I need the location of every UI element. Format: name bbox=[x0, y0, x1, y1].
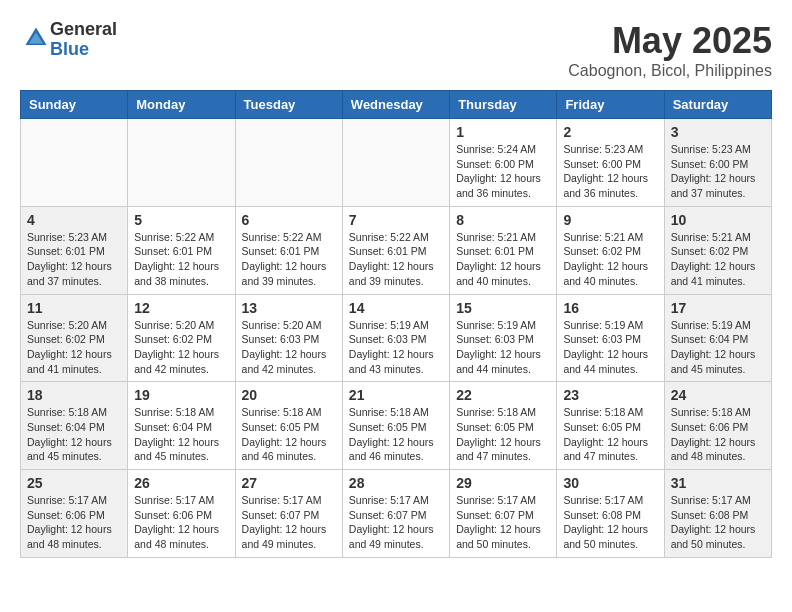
calendar-cell: 22Sunrise: 5:18 AM Sunset: 6:05 PM Dayli… bbox=[450, 382, 557, 470]
day-number: 17 bbox=[671, 300, 765, 316]
day-number: 2 bbox=[563, 124, 657, 140]
day-number: 20 bbox=[242, 387, 336, 403]
calendar-cell: 15Sunrise: 5:19 AM Sunset: 6:03 PM Dayli… bbox=[450, 294, 557, 382]
calendar-cell: 29Sunrise: 5:17 AM Sunset: 6:07 PM Dayli… bbox=[450, 470, 557, 558]
day-number: 3 bbox=[671, 124, 765, 140]
day-info: Sunrise: 5:22 AM Sunset: 6:01 PM Dayligh… bbox=[349, 230, 443, 289]
logo: General Blue bbox=[20, 20, 117, 60]
day-info: Sunrise: 5:20 AM Sunset: 6:02 PM Dayligh… bbox=[134, 318, 228, 377]
column-header-saturday: Saturday bbox=[664, 91, 771, 119]
day-number: 8 bbox=[456, 212, 550, 228]
day-number: 23 bbox=[563, 387, 657, 403]
day-info: Sunrise: 5:18 AM Sunset: 6:05 PM Dayligh… bbox=[456, 405, 550, 464]
title-block: May 2025 Cabognon, Bicol, Philippines bbox=[568, 20, 772, 80]
day-number: 9 bbox=[563, 212, 657, 228]
day-number: 19 bbox=[134, 387, 228, 403]
calendar-cell: 25Sunrise: 5:17 AM Sunset: 6:06 PM Dayli… bbox=[21, 470, 128, 558]
day-info: Sunrise: 5:21 AM Sunset: 6:02 PM Dayligh… bbox=[671, 230, 765, 289]
calendar-week-3: 11Sunrise: 5:20 AM Sunset: 6:02 PM Dayli… bbox=[21, 294, 772, 382]
day-number: 11 bbox=[27, 300, 121, 316]
day-info: Sunrise: 5:24 AM Sunset: 6:00 PM Dayligh… bbox=[456, 142, 550, 201]
column-header-tuesday: Tuesday bbox=[235, 91, 342, 119]
calendar-cell: 6Sunrise: 5:22 AM Sunset: 6:01 PM Daylig… bbox=[235, 206, 342, 294]
day-info: Sunrise: 5:23 AM Sunset: 6:00 PM Dayligh… bbox=[563, 142, 657, 201]
location-text: Cabognon, Bicol, Philippines bbox=[568, 62, 772, 80]
calendar-cell: 21Sunrise: 5:18 AM Sunset: 6:05 PM Dayli… bbox=[342, 382, 449, 470]
calendar-cell: 17Sunrise: 5:19 AM Sunset: 6:04 PM Dayli… bbox=[664, 294, 771, 382]
calendar-cell: 30Sunrise: 5:17 AM Sunset: 6:08 PM Dayli… bbox=[557, 470, 664, 558]
day-info: Sunrise: 5:17 AM Sunset: 6:08 PM Dayligh… bbox=[563, 493, 657, 552]
day-info: Sunrise: 5:17 AM Sunset: 6:07 PM Dayligh… bbox=[349, 493, 443, 552]
calendar-cell: 16Sunrise: 5:19 AM Sunset: 6:03 PM Dayli… bbox=[557, 294, 664, 382]
day-info: Sunrise: 5:17 AM Sunset: 6:06 PM Dayligh… bbox=[27, 493, 121, 552]
calendar-week-2: 4Sunrise: 5:23 AM Sunset: 6:01 PM Daylig… bbox=[21, 206, 772, 294]
calendar-cell: 9Sunrise: 5:21 AM Sunset: 6:02 PM Daylig… bbox=[557, 206, 664, 294]
day-number: 28 bbox=[349, 475, 443, 491]
calendar-cell: 3Sunrise: 5:23 AM Sunset: 6:00 PM Daylig… bbox=[664, 119, 771, 207]
day-info: Sunrise: 5:18 AM Sunset: 6:05 PM Dayligh… bbox=[242, 405, 336, 464]
day-number: 13 bbox=[242, 300, 336, 316]
calendar-week-1: 1Sunrise: 5:24 AM Sunset: 6:00 PM Daylig… bbox=[21, 119, 772, 207]
calendar-cell: 18Sunrise: 5:18 AM Sunset: 6:04 PM Dayli… bbox=[21, 382, 128, 470]
day-number: 15 bbox=[456, 300, 550, 316]
column-header-monday: Monday bbox=[128, 91, 235, 119]
day-number: 30 bbox=[563, 475, 657, 491]
day-number: 18 bbox=[27, 387, 121, 403]
logo-general-text: General bbox=[50, 19, 117, 39]
calendar-cell bbox=[235, 119, 342, 207]
day-number: 16 bbox=[563, 300, 657, 316]
day-number: 12 bbox=[134, 300, 228, 316]
day-number: 6 bbox=[242, 212, 336, 228]
day-number: 5 bbox=[134, 212, 228, 228]
day-info: Sunrise: 5:19 AM Sunset: 6:04 PM Dayligh… bbox=[671, 318, 765, 377]
column-header-thursday: Thursday bbox=[450, 91, 557, 119]
calendar-cell bbox=[128, 119, 235, 207]
day-number: 22 bbox=[456, 387, 550, 403]
day-info: Sunrise: 5:20 AM Sunset: 6:02 PM Dayligh… bbox=[27, 318, 121, 377]
day-info: Sunrise: 5:17 AM Sunset: 6:08 PM Dayligh… bbox=[671, 493, 765, 552]
calendar-cell: 28Sunrise: 5:17 AM Sunset: 6:07 PM Dayli… bbox=[342, 470, 449, 558]
calendar-cell: 5Sunrise: 5:22 AM Sunset: 6:01 PM Daylig… bbox=[128, 206, 235, 294]
calendar-cell: 11Sunrise: 5:20 AM Sunset: 6:02 PM Dayli… bbox=[21, 294, 128, 382]
day-info: Sunrise: 5:18 AM Sunset: 6:04 PM Dayligh… bbox=[27, 405, 121, 464]
day-info: Sunrise: 5:19 AM Sunset: 6:03 PM Dayligh… bbox=[563, 318, 657, 377]
calendar-cell: 20Sunrise: 5:18 AM Sunset: 6:05 PM Dayli… bbox=[235, 382, 342, 470]
day-number: 25 bbox=[27, 475, 121, 491]
day-info: Sunrise: 5:21 AM Sunset: 6:02 PM Dayligh… bbox=[563, 230, 657, 289]
day-info: Sunrise: 5:18 AM Sunset: 6:06 PM Dayligh… bbox=[671, 405, 765, 464]
day-info: Sunrise: 5:17 AM Sunset: 6:07 PM Dayligh… bbox=[242, 493, 336, 552]
calendar-cell: 7Sunrise: 5:22 AM Sunset: 6:01 PM Daylig… bbox=[342, 206, 449, 294]
day-info: Sunrise: 5:21 AM Sunset: 6:01 PM Dayligh… bbox=[456, 230, 550, 289]
logo-blue-text: Blue bbox=[50, 39, 89, 59]
day-info: Sunrise: 5:19 AM Sunset: 6:03 PM Dayligh… bbox=[349, 318, 443, 377]
column-header-friday: Friday bbox=[557, 91, 664, 119]
calendar-cell: 24Sunrise: 5:18 AM Sunset: 6:06 PM Dayli… bbox=[664, 382, 771, 470]
day-number: 1 bbox=[456, 124, 550, 140]
day-info: Sunrise: 5:23 AM Sunset: 6:00 PM Dayligh… bbox=[671, 142, 765, 201]
calendar-cell bbox=[21, 119, 128, 207]
calendar-cell: 1Sunrise: 5:24 AM Sunset: 6:00 PM Daylig… bbox=[450, 119, 557, 207]
calendar-cell: 4Sunrise: 5:23 AM Sunset: 6:01 PM Daylig… bbox=[21, 206, 128, 294]
day-number: 7 bbox=[349, 212, 443, 228]
calendar-cell: 13Sunrise: 5:20 AM Sunset: 6:03 PM Dayli… bbox=[235, 294, 342, 382]
calendar-cell: 2Sunrise: 5:23 AM Sunset: 6:00 PM Daylig… bbox=[557, 119, 664, 207]
logo-icon bbox=[22, 24, 50, 52]
day-info: Sunrise: 5:20 AM Sunset: 6:03 PM Dayligh… bbox=[242, 318, 336, 377]
day-number: 10 bbox=[671, 212, 765, 228]
calendar-cell: 14Sunrise: 5:19 AM Sunset: 6:03 PM Dayli… bbox=[342, 294, 449, 382]
day-info: Sunrise: 5:23 AM Sunset: 6:01 PM Dayligh… bbox=[27, 230, 121, 289]
day-info: Sunrise: 5:18 AM Sunset: 6:04 PM Dayligh… bbox=[134, 405, 228, 464]
calendar-cell: 31Sunrise: 5:17 AM Sunset: 6:08 PM Dayli… bbox=[664, 470, 771, 558]
day-number: 29 bbox=[456, 475, 550, 491]
calendar-cell: 19Sunrise: 5:18 AM Sunset: 6:04 PM Dayli… bbox=[128, 382, 235, 470]
day-number: 27 bbox=[242, 475, 336, 491]
day-number: 14 bbox=[349, 300, 443, 316]
day-number: 21 bbox=[349, 387, 443, 403]
calendar-cell: 27Sunrise: 5:17 AM Sunset: 6:07 PM Dayli… bbox=[235, 470, 342, 558]
day-info: Sunrise: 5:17 AM Sunset: 6:07 PM Dayligh… bbox=[456, 493, 550, 552]
day-info: Sunrise: 5:19 AM Sunset: 6:03 PM Dayligh… bbox=[456, 318, 550, 377]
column-header-sunday: Sunday bbox=[21, 91, 128, 119]
calendar-table: SundayMondayTuesdayWednesdayThursdayFrid… bbox=[20, 90, 772, 558]
calendar-week-4: 18Sunrise: 5:18 AM Sunset: 6:04 PM Dayli… bbox=[21, 382, 772, 470]
calendar-cell: 12Sunrise: 5:20 AM Sunset: 6:02 PM Dayli… bbox=[128, 294, 235, 382]
